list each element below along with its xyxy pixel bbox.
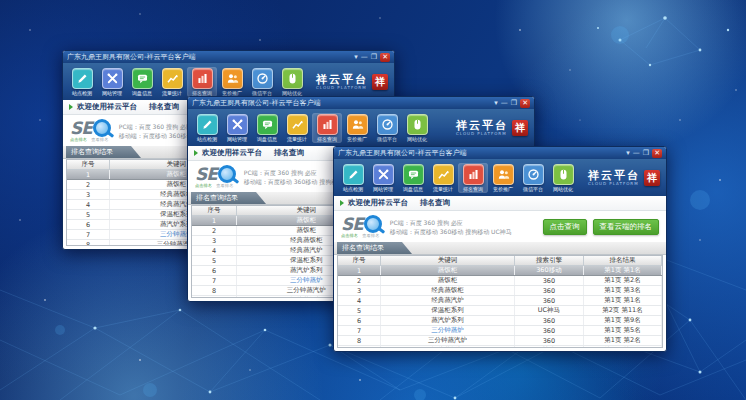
breadcrumb-welcome: 欢迎使用祥云平台 — [348, 198, 408, 208]
table-row[interactable]: 7三分钟蒸炉360第1页 第5名 — [338, 326, 662, 336]
toolbar-item-inquiry[interactable]: 询盘信息 — [127, 67, 157, 97]
toolbar-item-traffic[interactable]: 流量统计 — [282, 113, 312, 143]
table-cell: 9 — [192, 296, 237, 298]
tab-ranking-results[interactable]: 排名查询结果 — [191, 192, 266, 204]
seo-tagline-left: 点击排名 — [341, 233, 358, 238]
table-row[interactable]: 4经典蒸汽炉360第1页 第1名 — [338, 296, 662, 306]
close-button[interactable]: ✕ — [380, 53, 390, 62]
skin-button[interactable]: ▾ — [626, 149, 630, 158]
toolbar-item-site-optimize[interactable]: 网站优化 — [402, 113, 432, 143]
toolbar-item-promotion[interactable]: 竞价推广 — [217, 67, 247, 97]
ranking-table: 序号 关键词 搜索引擎 排名结果 1蒸饭柜360移动第1页 第1名2蒸饭柜360… — [337, 255, 663, 348]
toolbar-item-promotion[interactable]: 竞价推广 — [342, 113, 372, 143]
tab-ranking-results[interactable]: 排名查询结果 — [66, 146, 141, 158]
window-titlebar[interactable]: 广东九鼎王厨具有限公司-祥云平台客户端 ▾ — ❐ ✕ — [188, 97, 534, 109]
table-row[interactable]: 1蒸饭柜360移动第1页 第1名 — [338, 266, 662, 276]
message-bubble-icon — [132, 68, 153, 89]
toolbar-item-inquiry[interactable]: 询盘信息 — [398, 163, 428, 193]
toolbar-label: 站点检测 — [197, 136, 217, 142]
minimize-button[interactable]: — — [501, 99, 508, 108]
minimize-button[interactable]: — — [633, 149, 640, 158]
toolbar-item-wechat-platform[interactable]: 微信平台 — [372, 113, 402, 143]
toolbar-label: 网站优化 — [407, 136, 427, 142]
breadcrumb-welcome: 欢迎使用祥云平台 — [202, 148, 262, 158]
table-row[interactable]: 9智能蒸饭柜搜狗第1页 第1名 — [338, 346, 662, 348]
header-index: 序号 — [338, 256, 381, 265]
table-header-row: 序号 关键词 搜索引擎 排名结果 — [338, 256, 662, 266]
toolbar-item-traffic[interactable]: 流量统计 — [428, 163, 458, 193]
table-row[interactable]: 6蒸汽炉系列360第1页 第9名 — [338, 316, 662, 326]
toolbar-item-inquiry[interactable]: 询盘信息 — [252, 113, 282, 143]
toolbar-item-traffic[interactable]: 流量统计 — [157, 67, 187, 97]
main-toolbar: 站点检测 网站管理 询盘信息 流量统计 — [334, 159, 666, 196]
toolbar-label: 排名查询 — [192, 90, 212, 96]
mouse-icon — [407, 114, 428, 135]
table-row[interactable]: 5保温柜系列UC神马第2页 第11名 — [338, 306, 662, 316]
toolbar-item-wechat-platform[interactable]: 微信平台 — [518, 163, 548, 193]
message-bubble-icon — [403, 164, 424, 185]
window-title: 广东九鼎王厨具有限公司-祥云平台客户端 — [192, 97, 321, 109]
maximize-button[interactable]: ❐ — [371, 53, 377, 62]
gauge-icon — [377, 114, 398, 135]
toolbar-item-site-check[interactable]: 站点检测 — [67, 67, 97, 97]
toolbar-item-site-manage[interactable]: 网站管理 — [97, 67, 127, 97]
table-row[interactable]: 2蒸饭柜360第1页 第2名 — [338, 276, 662, 286]
engine-list: PC端：百度 360 搜狗 必应 移动端：百度移动 360移动 搜狗移动 UC神… — [390, 218, 512, 236]
toolbar-item-site-manage[interactable]: 网站管理 — [222, 113, 252, 143]
window-controls: ▾ — ❐ ✕ — [354, 53, 390, 62]
tab-ranking-results[interactable]: 排名查询结果 — [337, 242, 412, 254]
people-icon — [347, 114, 368, 135]
people-icon — [222, 68, 243, 89]
toolbar-item-ranking-query[interactable]: 排名查询 — [187, 67, 217, 97]
table-cell: 5 — [67, 210, 110, 219]
table-cell: 9 — [338, 346, 381, 348]
table-cell: 1 — [67, 170, 110, 179]
window-titlebar[interactable]: 广东九鼎王厨具有限公司-祥云平台客户端 ▾ — ❐ ✕ — [63, 51, 394, 63]
header-keyword: 关键词 — [381, 256, 515, 265]
table-cell: 6 — [338, 316, 381, 325]
maximize-button[interactable]: ❐ — [511, 99, 517, 108]
window-title: 广东九鼎王厨具有限公司-祥云平台客户端 — [67, 51, 196, 63]
table-cell: 第1页 第1名 — [584, 346, 662, 348]
toolbar-item-ranking-query[interactable]: 排名查询 — [312, 113, 342, 143]
table-cell: 7 — [192, 276, 237, 285]
table-cell: 7 — [338, 326, 381, 335]
query-button[interactable]: 点击查询 — [543, 219, 587, 235]
skin-button[interactable]: ▾ — [354, 53, 358, 62]
toolbar-item-site-check[interactable]: 站点检测 — [338, 163, 368, 193]
maximize-button[interactable]: ❐ — [643, 149, 649, 158]
skin-button[interactable]: ▾ — [494, 99, 498, 108]
table-cell: 第1页 第1名 — [584, 266, 662, 275]
breadcrumb-section: 排名查询 — [274, 148, 304, 158]
table-row[interactable]: 8三分钟蒸汽炉360第1页 第2名 — [338, 336, 662, 346]
gauge-icon — [252, 68, 273, 89]
seo-logo-text: SE — [341, 216, 363, 233]
brand-title: 祥云平台 — [316, 74, 368, 85]
toolbar-item-site-manage[interactable]: 网站管理 — [368, 163, 398, 193]
window-titlebar[interactable]: 广东九鼎王厨具有限公司-祥云平台客户端 ▾ — ❐ ✕ — [334, 147, 666, 159]
close-button[interactable]: ✕ — [652, 149, 662, 158]
line-chart-icon — [433, 164, 454, 185]
brand-logo: 祥云平台 CLOUD PLATFORM 祥 — [316, 74, 390, 90]
toolbar-item-wechat-platform[interactable]: 微信平台 — [247, 67, 277, 97]
toolbar-label: 竞价推广 — [347, 136, 367, 142]
breadcrumb-welcome: 欢迎使用祥云平台 — [77, 102, 137, 112]
brand-title: 祥云平台 — [588, 170, 640, 181]
seo-logo: SE 点击排名 查看排名 — [195, 165, 236, 188]
magnifier-icon — [364, 215, 382, 233]
toolbar-item-site-optimize[interactable]: 网站优化 — [548, 163, 578, 193]
tools-icon — [227, 114, 248, 135]
bar-chart-icon — [317, 114, 338, 135]
toolbar-item-site-optimize[interactable]: 网站优化 — [277, 67, 307, 97]
cloud-ranking-button[interactable]: 查看云端的排名 — [593, 219, 660, 235]
toolbar-item-promotion[interactable]: 竞价推广 — [488, 163, 518, 193]
table-cell: 360 — [515, 296, 584, 305]
table-row[interactable]: 3经典蒸饭柜360第1页 第3名 — [338, 286, 662, 296]
close-button[interactable]: ✕ — [520, 99, 530, 108]
toolbar-item-site-check[interactable]: 站点检测 — [192, 113, 222, 143]
toolbar-item-ranking-query[interactable]: 排名查询 — [458, 163, 488, 193]
toolbar-label: 微信平台 — [252, 90, 272, 96]
seo-tagline-left: 点击排名 — [195, 183, 212, 188]
toolbar-label: 微信平台 — [377, 136, 397, 142]
minimize-button[interactable]: — — [361, 53, 368, 62]
